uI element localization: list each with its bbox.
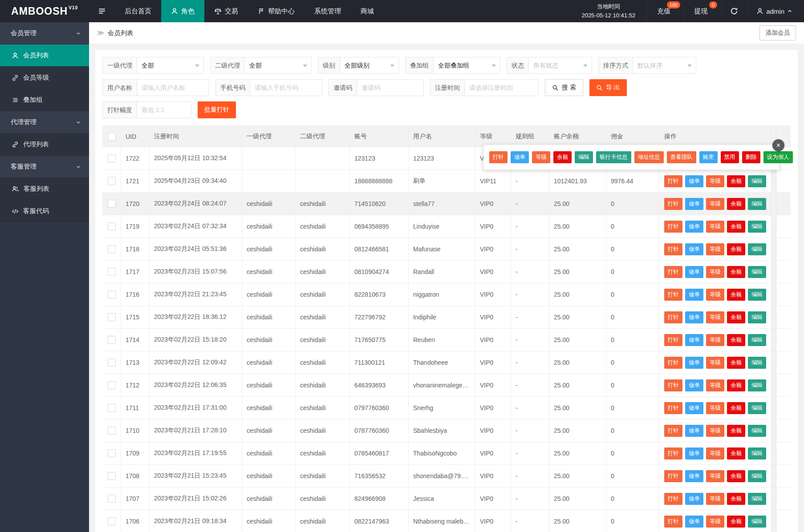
row-action-打针[interactable]: 打针 [664, 311, 682, 323]
table-scrollbar[interactable] [771, 442, 776, 464]
row-checkbox[interactable] [108, 495, 116, 503]
row-action-做单[interactable]: 做单 [685, 243, 703, 255]
filter-select-value-1[interactable]: 全部 [245, 57, 312, 74]
row-checkbox[interactable] [108, 336, 116, 344]
inject-range-input[interactable] [137, 101, 191, 118]
row-action-做单[interactable]: 做单 [685, 425, 703, 437]
row-action-编辑[interactable]: 编辑 [748, 470, 766, 482]
row-action-编辑[interactable]: 编辑 [748, 357, 766, 369]
export-button[interactable]: 导 出 [589, 79, 627, 96]
row-action-编辑[interactable]: 编辑 [748, 198, 766, 210]
row-action-做单[interactable]: 做单 [685, 311, 703, 323]
row-action-等级[interactable]: 等级 [706, 379, 724, 391]
sidebar-toggle-button[interactable] [89, 0, 115, 22]
popup-action-打针[interactable]: 打针 [489, 151, 508, 163]
row-checkbox[interactable] [108, 154, 116, 162]
row-action-做单[interactable]: 做单 [685, 379, 703, 391]
row-action-编辑[interactable]: 编辑 [748, 311, 766, 323]
row-action-等级[interactable]: 等级 [706, 266, 724, 278]
table-scrollbar[interactable] [771, 215, 776, 238]
filter-input-field-1[interactable] [250, 79, 322, 96]
refresh-button[interactable] [721, 0, 747, 22]
row-action-余额[interactable]: 余额 [727, 493, 745, 505]
admin-menu[interactable]: admin [747, 0, 804, 22]
row-action-编辑[interactable]: 编辑 [748, 289, 766, 301]
row-action-编辑[interactable]: 编辑 [748, 516, 766, 528]
row-action-打针[interactable]: 打针 [664, 289, 682, 301]
row-checkbox[interactable] [108, 200, 116, 208]
row-action-等级[interactable]: 等级 [706, 357, 724, 369]
table-scrollbar[interactable] [771, 329, 776, 351]
row-action-打针[interactable]: 打针 [664, 357, 682, 369]
sidebar-group-4[interactable]: 代理管理 [0, 111, 89, 133]
add-member-button[interactable]: 添加会员 [759, 25, 796, 40]
row-action-等级[interactable]: 等级 [706, 243, 724, 255]
search-button[interactable]: 搜 索 [545, 79, 583, 96]
row-checkbox[interactable] [108, 472, 116, 480]
sidebar-item-7[interactable]: 客服列表 [0, 178, 89, 200]
popup-action-做单[interactable]: 做单 [511, 151, 529, 163]
row-checkbox[interactable] [108, 177, 116, 185]
table-scrollbar[interactable] [771, 238, 776, 260]
row-checkbox[interactable] [108, 517, 116, 525]
row-action-做单[interactable]: 做单 [685, 493, 703, 505]
recharge-button[interactable]: 充值 186 [647, 0, 684, 22]
row-action-等级[interactable]: 等级 [706, 516, 724, 528]
sidebar-item-8[interactable]: 客服代码 [0, 200, 89, 222]
batch-inject-button[interactable]: 批量打针 [198, 101, 236, 118]
row-action-等级[interactable]: 等级 [706, 447, 724, 459]
row-action-做单[interactable]: 做单 [685, 470, 703, 482]
table-scrollbar[interactable] [771, 351, 776, 374]
sidebar-item-3[interactable]: 叠加组 [0, 89, 89, 111]
table-scrollbar[interactable] [771, 465, 776, 487]
row-checkbox[interactable] [108, 359, 116, 367]
row-action-编辑[interactable]: 编辑 [748, 266, 766, 278]
nav-item-0[interactable]: 后台首页 [115, 0, 161, 22]
row-action-余额[interactable]: 余额 [727, 379, 745, 391]
nav-item-5[interactable]: 商城 [351, 0, 384, 22]
row-action-打针[interactable]: 打针 [664, 221, 682, 233]
nav-item-1[interactable]: 角色 [161, 0, 204, 22]
table-scrollbar[interactable] [771, 283, 776, 306]
row-action-做单[interactable]: 做单 [685, 516, 703, 528]
row-action-等级[interactable]: 等级 [706, 175, 724, 187]
table-scrollbar[interactable] [771, 261, 776, 283]
filter-select-value-0[interactable]: 全部 [137, 57, 204, 74]
row-action-等级[interactable]: 等级 [706, 470, 724, 482]
popup-action-删除[interactable]: 删除 [742, 151, 760, 163]
filter-input-field-2[interactable] [357, 79, 424, 96]
row-action-做单[interactable]: 做单 [685, 198, 703, 210]
row-action-余额[interactable]: 余额 [727, 175, 745, 187]
popup-action-禁用[interactable]: 禁用 [721, 151, 739, 163]
row-action-做单[interactable]: 做单 [685, 289, 703, 301]
sidebar-item-5[interactable]: 代理列表 [0, 133, 89, 156]
row-action-编辑[interactable]: 编辑 [748, 447, 766, 459]
table-scrollbar[interactable] [771, 397, 776, 419]
sidebar-item-2[interactable]: 会员等级 [0, 67, 89, 89]
row-action-做单[interactable]: 做单 [685, 175, 703, 187]
row-action-编辑[interactable]: 编辑 [748, 243, 766, 255]
row-action-等级[interactable]: 等级 [706, 289, 724, 301]
filter-select-value-5[interactable]: 默认排序 [633, 57, 696, 74]
row-action-等级[interactable]: 等级 [706, 311, 724, 323]
row-action-打针[interactable]: 打针 [664, 493, 682, 505]
nav-item-3[interactable]: 帮助中心 [248, 0, 305, 22]
row-action-做单[interactable]: 做单 [685, 402, 703, 414]
popup-action-查看团队[interactable]: 查看团队 [667, 151, 696, 163]
row-checkbox[interactable] [108, 245, 116, 253]
nav-item-2[interactable]: 交易 [204, 0, 248, 22]
row-action-等级[interactable]: 等级 [706, 334, 724, 346]
row-action-打针[interactable]: 打针 [664, 470, 682, 482]
filter-select-value-4[interactable]: 所有状态 [529, 57, 592, 74]
row-action-余额[interactable]: 余额 [727, 402, 745, 414]
row-action-打针[interactable]: 打针 [664, 175, 682, 187]
row-action-做单[interactable]: 做单 [685, 357, 703, 369]
row-checkbox[interactable] [108, 427, 116, 435]
row-action-做单[interactable]: 做单 [685, 447, 703, 459]
row-action-编辑[interactable]: 编辑 [748, 402, 766, 414]
popup-action-余额[interactable]: 余额 [553, 151, 572, 163]
row-action-等级[interactable]: 等级 [706, 425, 724, 437]
row-action-打针[interactable]: 打针 [664, 402, 682, 414]
row-action-等级[interactable]: 等级 [706, 493, 724, 505]
sidebar-item-1[interactable]: 会员列表 [0, 44, 89, 67]
